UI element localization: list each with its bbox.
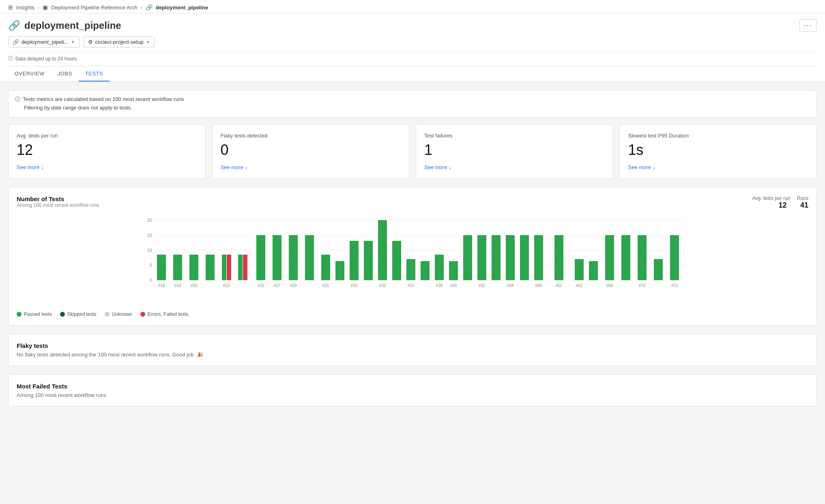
pipeline-filter-button[interactable]: 🔗 deployment_pipeli... ▼ xyxy=(8,36,79,47)
svg-text:#31: #31 xyxy=(322,283,329,288)
bar-32-passed xyxy=(335,261,344,280)
see-more-avg-tests[interactable]: See more ↓ xyxy=(17,164,44,170)
dropdown-arrow-icon: ▼ xyxy=(71,40,75,44)
svg-text:#40: #40 xyxy=(450,283,457,288)
svg-text:#27: #27 xyxy=(274,283,281,288)
metric-slowest-value: 1s xyxy=(628,143,809,157)
bar-21-passed xyxy=(206,255,215,280)
svg-text:#39: #39 xyxy=(436,283,443,288)
legend-skipped-dot xyxy=(60,312,65,317)
metric-slowest-test: Slowest test P95 Duration 1s See more ↓ xyxy=(620,124,817,179)
breadcrumb-insights[interactable]: Insights xyxy=(16,4,34,11)
bar-35-passed xyxy=(378,220,387,280)
metric-failures-label: Test failures xyxy=(424,133,605,139)
bar-45-passed xyxy=(520,235,529,280)
svg-text:#20: #20 xyxy=(191,283,198,288)
most-failed-title: Most Failed Tests xyxy=(17,383,808,390)
svg-text:15: 15 xyxy=(147,233,152,238)
filter-row: 🔗 deployment_pipeli... ▼ ⚙ circleci-proj… xyxy=(8,36,817,47)
svg-text:#22: #22 xyxy=(223,283,230,288)
tab-overview[interactable]: OVERVIEW xyxy=(8,66,51,81)
flaky-tests-section: Flaky tests No flaky tests detected amon… xyxy=(8,334,817,366)
svg-text:#25: #25 xyxy=(258,283,264,288)
arrow-down-icon-3: ↓ xyxy=(449,164,451,170)
bar-46-passed xyxy=(534,235,543,280)
bar-25-passed xyxy=(256,235,265,280)
metric-avg-tests-value: 12 xyxy=(17,143,197,157)
bar-37-passed xyxy=(406,259,415,280)
chart-title: Number of Tests xyxy=(17,195,99,202)
breadcrumb-sep-1: › xyxy=(38,4,39,11)
svg-text:#62: #62 xyxy=(576,283,583,288)
svg-text:#18: #18 xyxy=(158,283,165,288)
see-more-failures[interactable]: See more ↓ xyxy=(424,164,451,170)
svg-text:0: 0 xyxy=(150,278,152,283)
bar-33-passed xyxy=(350,241,359,280)
number-of-tests-chart: Number of Tests Among 100 most recent wo… xyxy=(8,187,817,326)
legend-skipped: Skipped tests xyxy=(60,311,97,317)
arrow-down-icon-2: ↓ xyxy=(245,164,248,170)
more-options-button[interactable]: ··· xyxy=(799,19,817,32)
bar-43-passed xyxy=(492,235,501,280)
legend-errors-dot xyxy=(140,312,145,317)
breadcrumb-workflow[interactable]: Deployment Pipeline Reference Arch xyxy=(51,4,137,11)
pipeline-filter-icon: 🔗 xyxy=(13,39,19,45)
svg-text:#37: #37 xyxy=(408,283,415,288)
page-header: 🔗 deployment_pipeline ··· 🔗 deployment_p… xyxy=(0,13,825,82)
bar-18-passed xyxy=(157,255,166,280)
bar-69-passed xyxy=(621,235,630,280)
bar-27-passed xyxy=(273,235,281,280)
avg-tests-label: Avg. tests per run xyxy=(752,195,790,201)
bar-31-passed xyxy=(321,255,330,280)
metric-avg-tests: Avg. tests per run 12 See more ↓ xyxy=(8,124,206,179)
bar-22-failed xyxy=(227,255,231,280)
legend-errors: Errors, Failed tests xyxy=(140,311,189,317)
page-title-icon: 🔗 xyxy=(8,20,20,31)
workflow-icon: ▣ xyxy=(43,4,48,11)
svg-text:#29: #29 xyxy=(290,283,297,288)
bar-34-passed xyxy=(364,241,373,280)
bar-23-failed xyxy=(243,255,247,280)
tab-tests[interactable]: TESTS xyxy=(79,66,110,81)
flaky-tests-title: Flaky tests xyxy=(17,342,808,349)
chart-subtitle: Among 100 most recent workflow runs xyxy=(17,202,99,208)
bar-70-passed xyxy=(638,235,647,280)
breadcrumb: ⊞ Insights › ▣ Deployment Pipeline Refer… xyxy=(8,0,817,13)
see-more-flaky[interactable]: See more ↓ xyxy=(221,164,248,170)
bar-23-passed xyxy=(238,255,243,280)
see-more-slowest[interactable]: See more ↓ xyxy=(628,164,655,170)
arrow-down-icon-4: ↓ xyxy=(653,164,655,170)
bar-68-passed xyxy=(605,235,614,280)
flaky-tests-message: No flaky tests detected among the 100 mo… xyxy=(17,352,808,358)
svg-text:#35: #35 xyxy=(379,283,386,288)
svg-text:#44: #44 xyxy=(507,283,514,288)
svg-text:#52: #52 xyxy=(556,283,563,288)
metrics-row: Avg. tests per run 12 See more ↓ Flaky t… xyxy=(8,124,817,179)
info-banner: ⓘTests metrics are calculated based on 1… xyxy=(8,90,817,118)
breadcrumb-sep-2: › xyxy=(141,4,142,11)
bar-22-passed xyxy=(222,255,226,280)
chart-svg: 20 15 10 5 0 #18 #19 #20 xyxy=(17,216,808,305)
tabs: OVERVIEW JOBS TESTS xyxy=(8,66,817,81)
metric-flaky-tests: Flaky tests detected 0 See more ↓ xyxy=(212,124,410,179)
runs-stat-value: 41 xyxy=(800,201,808,209)
avg-tests-stat-value: 12 xyxy=(779,201,787,209)
tab-jobs[interactable]: JOBS xyxy=(51,66,79,81)
bar-52-passed xyxy=(554,235,563,280)
pipeline-icon: 🔗 xyxy=(146,4,153,11)
chart-stats: Avg. tests per run Runs 12 41 xyxy=(752,195,808,210)
svg-text:#42: #42 xyxy=(479,283,486,288)
bar-41-passed xyxy=(463,235,472,280)
project-filter-button[interactable]: ⚙ circleci-project-setup ▼ xyxy=(84,36,155,47)
page-title: 🔗 deployment_pipeline xyxy=(8,20,121,31)
metric-avg-tests-label: Avg. tests per run xyxy=(17,133,197,139)
bar-36-passed xyxy=(392,241,401,280)
metric-flaky-value: 0 xyxy=(221,143,401,157)
bar-71-passed xyxy=(654,259,663,280)
legend-passed-dot xyxy=(17,312,21,317)
bar-38-passed xyxy=(421,261,430,280)
insights-icon: ⊞ xyxy=(8,4,13,11)
bar-39-passed xyxy=(435,255,444,280)
svg-text:#70: #70 xyxy=(639,283,646,288)
bar-72-passed xyxy=(670,235,679,280)
